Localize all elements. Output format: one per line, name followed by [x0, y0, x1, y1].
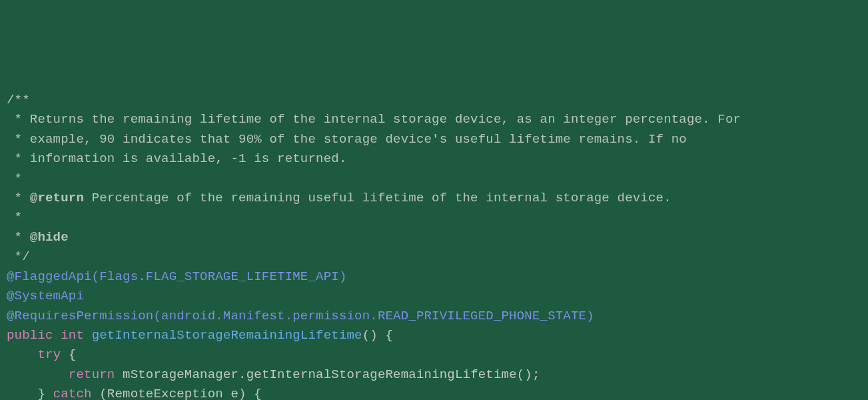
brace: { [61, 347, 76, 362]
keyword-public: public [7, 328, 53, 343]
keyword-int: int [61, 328, 84, 343]
comment-prefix: * [7, 191, 30, 205]
comment-text: Percentage of the remaining useful lifet… [84, 191, 671, 205]
annotation-requirespermission: @RequiresPermission(android.Manifest.per… [7, 307, 861, 326]
space [53, 328, 61, 343]
comment-line: * information is available, -1 is return… [7, 149, 861, 169]
comment-hide-line: * @hide [7, 228, 861, 247]
annotation-flaggedapi: @FlaggedApi(Flags.FLAG_STORAGE_LIFETIME_… [7, 267, 861, 287]
return-line: return mStorageManager.getInternalStorag… [7, 365, 861, 385]
keyword-return: return [69, 367, 115, 382]
try-close: } [7, 387, 53, 400]
method-name: getInternalStorageRemainingLifetime [92, 328, 362, 343]
space [84, 328, 92, 343]
comment-return-line: * @return Percentage of the remaining us… [7, 189, 861, 208]
comment-line: */ [7, 247, 861, 267]
method-signature: public int getInternalStorageRemainingLi… [7, 326, 861, 345]
javadoc-return-tag: @return [30, 191, 84, 205]
indent [7, 347, 37, 362]
catch-line: } catch (RemoteException e) { [7, 385, 861, 400]
comment-line: * example, 90 indicates that 90% of the … [7, 130, 861, 149]
comment-prefix: * [7, 230, 30, 245]
indent [7, 367, 69, 382]
method-sig-rest: () { [362, 328, 393, 343]
catch-args: (RemoteException e) { [92, 387, 262, 400]
comment-line: * [7, 169, 861, 189]
code-block: /** * Returns the remaining lifetime of … [7, 91, 861, 400]
keyword-try: try [37, 347, 61, 362]
annotation-systemapi: @SystemApi [7, 287, 861, 306]
comment-line: /** [7, 91, 861, 110]
comment-line: * Returns the remaining lifetime of the … [7, 110, 861, 129]
comment-line: * [7, 208, 861, 227]
keyword-catch: catch [53, 387, 92, 400]
try-line: try { [7, 345, 861, 365]
javadoc-hide-tag: @hide [30, 230, 69, 245]
return-expression: mStorageManager.getInternalStorageRemain… [115, 367, 540, 382]
